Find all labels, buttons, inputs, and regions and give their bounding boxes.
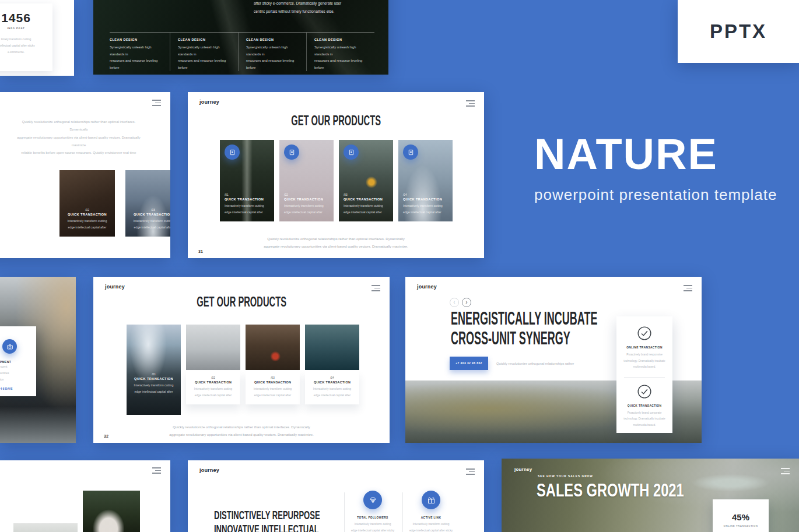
winter-trees-photo bbox=[13, 523, 78, 532]
feature-heading: CLEAN DESIGN bbox=[178, 38, 232, 41]
bookmark-icon bbox=[344, 145, 359, 160]
caption-card: /02 QUICK TRANSACTION Interactively tran… bbox=[186, 371, 240, 404]
slide-mugs bbox=[0, 460, 170, 532]
slide-forest-features: after sticky e-commerce. Dramatically ge… bbox=[93, 0, 388, 75]
slide-title: GET OUR PRODUCTS bbox=[93, 294, 390, 310]
diamond-icon bbox=[363, 491, 382, 509]
production-time: PRODUCTION TIME: 4-8 DAYS bbox=[0, 387, 36, 390]
bookmark-icon bbox=[284, 145, 299, 160]
slide-sales-growth: journey SEE HOW YOUR SALES GROW SALES GR… bbox=[502, 459, 799, 532]
next-arrow-icon[interactable]: › bbox=[462, 298, 471, 307]
product-card[interactable]: /01 QUICK TRANSACTION Interactively tran… bbox=[127, 325, 181, 415]
hamburger-menu-icon[interactable] bbox=[372, 285, 380, 291]
page-number: 31 bbox=[198, 249, 203, 253]
transaction-panel: ONLINE TRANSACTION Proactively brand res… bbox=[616, 316, 672, 433]
hero-subtitle: powerpoint presentation template bbox=[534, 186, 777, 204]
product-photo-winter bbox=[186, 325, 240, 370]
hamburger-menu-icon[interactable] bbox=[781, 468, 790, 474]
slide-title: SALES GROWTH 2021 bbox=[537, 480, 735, 501]
gallery-photo-mountain: /03 QUICK TRANSACTION Interactively tran… bbox=[125, 170, 170, 237]
journey-logo: journey bbox=[199, 467, 219, 473]
stat-label: ONLINE TRANSACTION bbox=[713, 524, 769, 527]
sales-stat-card: 45% ONLINE TRANSACTION bbox=[713, 499, 769, 532]
hamburger-menu-icon[interactable] bbox=[466, 100, 475, 107]
divider bbox=[624, 377, 665, 378]
caption-card: /04 QUICK TRANSACTION Interactively tran… bbox=[305, 371, 359, 404]
product-photo-redwood bbox=[246, 325, 300, 370]
slide-footer-paragraph: Quickly revolutionize orthogonal relatio… bbox=[231, 235, 441, 250]
slide-get-our-products-32: journey GET OUR PRODUCTS /01 QUICK TRANS… bbox=[93, 277, 390, 443]
product-card[interactable]: /04 QUICK TRANSACTION Interactively tran… bbox=[398, 140, 453, 221]
feature-column: CLEAN DESIGN Synergistically unleash hig… bbox=[306, 33, 374, 71]
gallery-paragraph: Quickly revolutionize orthogonal relatio… bbox=[16, 118, 142, 157]
panel-heading: ONLINE TRANSACTION bbox=[616, 346, 672, 349]
slide-get-our-products-31: journey GET OUR PRODUCTS /01 QUICK TRANS… bbox=[188, 92, 484, 258]
product-cards: /01 QUICK TRANSACTION Interactively tran… bbox=[127, 325, 359, 415]
product-photo-snowy: /01 QUICK TRANSACTION Interactively tran… bbox=[127, 325, 181, 415]
phone-button[interactable]: +7 404 32 96 862 bbox=[450, 357, 488, 370]
pptx-label: PPTX bbox=[710, 20, 767, 43]
stats-card: 1456 INFO POST timely transform cutting … bbox=[0, 3, 52, 71]
product-cards: /01 QUICK TRANSACTION Interactively tran… bbox=[220, 140, 453, 221]
slide-stats: 1456 INFO POST timely transform cutting … bbox=[0, 0, 74, 76]
slide-title: GET OUR PRODUCTS bbox=[188, 113, 484, 129]
product-card[interactable]: /02 QUICK TRANSACTION Interactively tran… bbox=[279, 140, 334, 221]
product-card[interactable]: /01 QUICK TRANSACTION Interactively tran… bbox=[220, 140, 274, 221]
slide-footer-paragraph: Quickly revolutionize orthogonal relatio… bbox=[136, 424, 346, 438]
feature-columns: CLEAN DESIGN Synergistically unleash hig… bbox=[110, 32, 374, 71]
stat-number: 1456 bbox=[0, 11, 52, 25]
check-circle-icon bbox=[616, 326, 672, 341]
feature-heading: CLEAN DESIGN bbox=[246, 38, 300, 41]
mug-photo bbox=[83, 491, 140, 532]
camera-icon bbox=[2, 339, 17, 354]
product-card[interactable]: /03 QUICK TRANSACTION Interactively tran… bbox=[246, 325, 300, 404]
hamburger-menu-icon[interactable] bbox=[152, 467, 161, 474]
slide-synergy: journey ‹ › ENERGISTICALLY INCUBATE CROS… bbox=[405, 277, 702, 443]
bookmark-icon bbox=[225, 145, 240, 160]
feature-heading: CLEAN DESIGN bbox=[314, 38, 369, 41]
caption-card: /03 QUICK TRANSACTION Interactively tran… bbox=[246, 371, 300, 404]
journey-logo: journey bbox=[514, 467, 532, 472]
camera-info-card: ORDER DEVELOPMENT away, behind the scent… bbox=[0, 326, 36, 396]
page-number: 32 bbox=[104, 434, 108, 438]
feature-heading: CLEAN DESIGN bbox=[110, 38, 164, 41]
journey-logo: journey bbox=[105, 284, 125, 290]
feature-column: CLEAN DESIGN Synergistically unleash hig… bbox=[170, 33, 238, 71]
hamburger-menu-icon[interactable] bbox=[466, 468, 475, 475]
panel-heading: QUICK TRANSACTION bbox=[616, 404, 672, 407]
product-card[interactable]: /02 QUICK TRANSACTION Interactively tran… bbox=[186, 325, 240, 404]
slide-gallery: Quickly revolutionize orthogonal relatio… bbox=[0, 92, 170, 258]
product-card[interactable]: /03 QUICK TRANSACTION Interactively tran… bbox=[339, 140, 393, 221]
gift-icon bbox=[422, 491, 440, 509]
gallery-photo-rock: /02 QUICK TRANSACTION Interactively tran… bbox=[59, 170, 115, 237]
production-time-link[interactable]: 4-8 DAYS bbox=[0, 387, 12, 390]
hamburger-menu-icon[interactable] bbox=[684, 285, 692, 291]
hero-title: NATURE bbox=[534, 133, 777, 176]
carousel-nav: ‹ › bbox=[450, 298, 471, 307]
journey-logo: journey bbox=[199, 99, 219, 105]
slide-followers: journey DISTINCTIVELY REPURPOSE INNOVATI… bbox=[188, 460, 484, 532]
prev-arrow-icon[interactable]: ‹ bbox=[450, 298, 459, 307]
hero-title-block: NATURE powerpoint presentation template bbox=[534, 133, 777, 204]
product-photo-peaks bbox=[305, 325, 359, 370]
stat-block: ACTIVE LINK Interactively transform cutt… bbox=[402, 491, 460, 532]
stat-block: TOTAL FOLLOWERS Interactively transform … bbox=[344, 491, 402, 532]
button-note: Quickly revolutionize orthogonal relatio… bbox=[496, 362, 574, 365]
stat-label: INFO POST bbox=[0, 27, 52, 30]
stat-value: 45% bbox=[713, 512, 769, 522]
forest-intro-text: after sticky e-commerce. Dramatically ge… bbox=[254, 0, 341, 15]
kicker-text: SEE HOW YOUR SALES GROW bbox=[538, 475, 593, 478]
product-card[interactable]: /04 QUICK TRANSACTION Interactively tran… bbox=[305, 325, 359, 404]
hamburger-menu-icon[interactable] bbox=[152, 100, 161, 106]
journey-logo: journey bbox=[417, 284, 437, 290]
pptx-format-badge: PPTX bbox=[678, 0, 799, 63]
stat-body: timely transform cutting intellectual ca… bbox=[0, 36, 52, 55]
check-circle-icon bbox=[616, 384, 672, 399]
feature-column: CLEAN DESIGN Synergistically unleash hig… bbox=[238, 33, 306, 71]
photo-caption: /03 QUICK TRANSACTION Interactively tran… bbox=[128, 209, 170, 231]
photo-caption: /02 QUICK TRANSACTION Interactively tran… bbox=[62, 209, 113, 231]
template-preview-canvas: 1456 INFO POST timely transform cutting … bbox=[0, 0, 799, 532]
bookmark-icon bbox=[403, 145, 418, 160]
feature-column: CLEAN DESIGN Synergistically unleash hig… bbox=[110, 33, 170, 71]
slide-camera-photo: ORDER DEVELOPMENT away, behind the scent… bbox=[0, 277, 76, 443]
